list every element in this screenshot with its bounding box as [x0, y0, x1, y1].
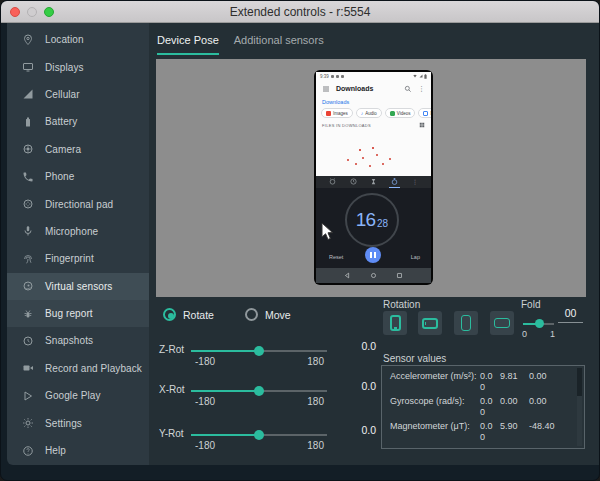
fold-max: 1 [550, 329, 555, 339]
y-rot-slider-thumb[interactable] [254, 430, 264, 440]
files-list-area [316, 129, 431, 176]
device-pose-preview[interactable]: 9:39 Downloads ⋮ Downlo [156, 59, 586, 297]
sidebar-item-fingerprint[interactable]: Fingerprint [7, 245, 149, 272]
titlebar[interactable]: Extended controls - r:5554 [1, 1, 599, 23]
tab-additional-sensors[interactable]: Additional sensors [234, 34, 324, 55]
sidebar-item-label: Google Play [45, 390, 101, 401]
stopwatch-minutes: 16 [356, 209, 375, 231]
files-section-label: FILES IN DOWNLOADS [322, 123, 371, 128]
close-button[interactable] [10, 7, 20, 17]
sidebar-item-bug-report[interactable]: Bug report [7, 300, 149, 327]
sensor-values-panel: Accelerometer (m/s²): 0.00 9.81 0.00 Gyr… [381, 365, 585, 449]
z-rot-slider-thumb[interactable] [254, 346, 264, 356]
sidebar-item-label: Help [45, 445, 66, 456]
zoom-button[interactable] [44, 7, 54, 17]
x-rot-slider-thumb[interactable] [254, 386, 264, 396]
rotate-radio-label: Rotate [183, 309, 214, 321]
videos-icon [390, 111, 395, 116]
x-rot-label: X-Rot [159, 384, 185, 395]
sidebar-item-directional-pad[interactable]: Directional pad [7, 190, 149, 217]
move-radio[interactable]: Move [245, 308, 291, 321]
signal-icon [419, 74, 423, 78]
z-rot-slider-fill [191, 350, 259, 353]
rotate-portrait-button[interactable] [383, 311, 407, 335]
hamburger-menu-icon [322, 85, 330, 93]
move-radio-label: Move [265, 309, 291, 321]
y-rot-max: 180 [287, 440, 324, 451]
sidebar-item-battery[interactable]: Battery [7, 108, 149, 135]
y-rot-min: -180 [195, 440, 215, 451]
rotate-radio[interactable]: Rotate [163, 308, 214, 321]
fold-label: Fold [521, 299, 540, 310]
sidebar-item-microphone[interactable]: Microphone [7, 218, 149, 245]
battery-icon [424, 74, 427, 79]
fold-value-field[interactable]: 00 [558, 307, 583, 323]
search-icon [404, 85, 412, 93]
z-rot-value-field[interactable]: 0.0 [335, 340, 381, 355]
images-icon [326, 111, 331, 116]
rotate-landscape-button[interactable] [418, 311, 442, 335]
move-radio-circle[interactable] [245, 308, 258, 321]
fold-min: 0 [522, 329, 527, 339]
microphone-icon [22, 225, 35, 238]
sidebar-item-virtual-sensors[interactable]: Virtual sensors [7, 273, 149, 300]
stopwatch-seconds: 28 [377, 218, 388, 229]
clock-overflow-icon: ⋮ [412, 176, 418, 189]
sensor-row-magnetometer: Magnetometer (μT): 0.00 5.90 -48.40 [390, 421, 572, 443]
chip-videos: Videos [385, 108, 416, 118]
sidebar-item-label: Snapshots [45, 335, 93, 346]
rotate-radio-circle[interactable] [163, 308, 176, 321]
sensor-row-gyroscope: Gyroscope (rad/s): 0.00 0.00 0.00 [390, 396, 572, 418]
sidebar-item-record-playback[interactable]: Record and Playback [7, 355, 149, 382]
files-app-title: Downloads [336, 85, 373, 92]
stopwatch-reset-label: Reset [329, 254, 343, 260]
chip-images: Images [321, 108, 353, 118]
sidebar-item-snapshots[interactable]: Snapshots [7, 327, 149, 354]
status-time: 9:39 [320, 74, 329, 79]
android-nav-bar [316, 268, 431, 283]
phone-portrait-icon [390, 315, 401, 331]
documents-icon [423, 111, 428, 116]
z-rot-label: Z-Rot [159, 344, 184, 355]
timer-tab-icon [370, 176, 377, 189]
sidebar-item-label: Battery [45, 116, 77, 127]
tab-device-pose[interactable]: Device Pose [157, 34, 219, 55]
sidebar-item-google-play[interactable]: Google Play [7, 382, 149, 409]
phone-icon [22, 170, 35, 183]
bug-icon [22, 307, 35, 320]
y-rot-value-field[interactable]: 0.0 [335, 424, 381, 439]
phone-reverse-landscape-icon [494, 318, 510, 328]
x-rot-slider-row: X-Rot -180 180 0.0 [157, 379, 389, 413]
x-rot-min: -180 [195, 396, 215, 407]
fold-slider-thumb[interactable] [535, 319, 544, 328]
nav-home-icon [370, 272, 377, 279]
main-panel: Device Pose Additional sensors 9:39 [149, 23, 600, 465]
sidebar-item-cellular[interactable]: Cellular [7, 81, 149, 108]
cellular-icon [22, 88, 35, 101]
phone-reverse-portrait-icon [461, 315, 471, 331]
minimize-button[interactable] [27, 7, 37, 17]
sidebar-item-label: Settings [45, 418, 82, 429]
sidebar-item-help[interactable]: Help [7, 437, 149, 464]
x-rot-value-field[interactable]: 0.0 [335, 380, 381, 395]
clock-tab-icon [350, 176, 357, 189]
sidebar-item-label: Microphone [45, 226, 98, 237]
nav-recents-icon [396, 272, 403, 279]
audio-icon: ♪ [361, 111, 364, 116]
sidebar-item-location[interactable]: Location [7, 26, 149, 53]
chip-documents: Documents [418, 108, 431, 118]
sidebar-item-label: Cellular [45, 89, 80, 100]
stopwatch-dial: 16 28 [345, 193, 399, 247]
tab-bar: Device Pose Additional sensors [157, 34, 324, 55]
help-icon [22, 444, 35, 457]
phone-status-bar: 9:39 [316, 72, 431, 80]
scrollbar-thumb[interactable] [577, 368, 582, 396]
rotate-reverse-landscape-button[interactable] [490, 311, 514, 335]
sidebar-item-phone[interactable]: Phone [7, 163, 149, 190]
sidebar-item-settings[interactable]: Settings [7, 409, 149, 436]
rotate-reverse-portrait-button[interactable] [454, 311, 478, 335]
z-rot-slider-row: Z-Rot -180 180 0.0 [157, 339, 389, 373]
sidebar-item-camera[interactable]: Camera [7, 136, 149, 163]
sensor-panel-scrollbar[interactable] [577, 368, 582, 446]
sidebar-item-displays[interactable]: Displays [7, 53, 149, 80]
